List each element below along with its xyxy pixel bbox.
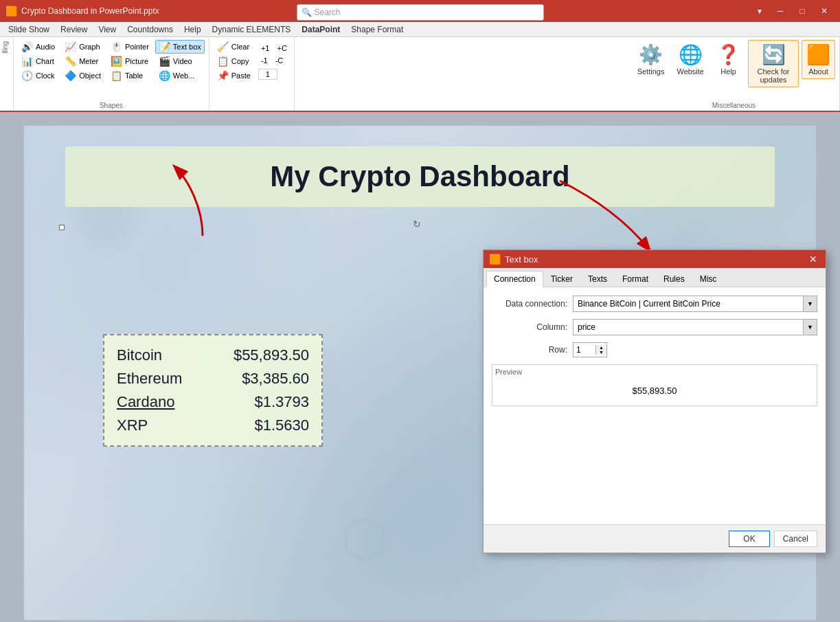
- window-controls[interactable]: ─ □ ✕: [770, 3, 835, 19]
- column-select[interactable]: price ▼: [573, 319, 817, 335]
- ribbon: lling 🔊 Audio 📊 Chart 🕐 Clock: [0, 37, 840, 112]
- preview-section: Preview $55,893.50: [492, 364, 817, 406]
- preview-value: $55,893.50: [495, 379, 814, 403]
- crypto-price-1: $3,385.60: [242, 370, 309, 388]
- settings-icon: ⚙️: [639, 43, 663, 66]
- search-bar: 🔍 Search: [297, 4, 544, 21]
- dropdown-arrow-title[interactable]: ▼: [756, 8, 763, 15]
- ribbon-copy[interactable]: 📋 Copy: [214, 54, 254, 68]
- video-icon: 🎬: [159, 56, 170, 67]
- tab-ticker[interactable]: Ticker: [543, 271, 580, 287]
- ribbon-misc-section: ⚙️ Settings 🌐 Website ❓ Help 🔄 Check for…: [628, 37, 840, 111]
- clock-label: Clock: [36, 71, 55, 80]
- ribbon-object[interactable]: 🔷 Object: [61, 69, 104, 82]
- ribbon-pointer[interactable]: 🖱️ Pointer: [107, 40, 152, 54]
- search-placeholder[interactable]: Search: [315, 8, 341, 17]
- crypto-price-2: $1.3793: [254, 393, 309, 411]
- help-button[interactable]: ❓ Help: [712, 40, 745, 79]
- title-icon: 🟧: [5, 5, 17, 16]
- ribbon-chart[interactable]: 📊 Chart: [18, 54, 58, 68]
- ribbon-picture[interactable]: 🖼️ Picture: [107, 54, 152, 68]
- object-icon: 🔷: [65, 70, 76, 81]
- ribbon-partial-label: lling: [1, 41, 9, 54]
- row-spin[interactable]: ▲ ▼: [595, 345, 606, 355]
- row-value: 1: [574, 345, 595, 355]
- ribbon-col4: 📝 Text box 🎬 Video 🌐 Web...: [155, 40, 205, 82]
- help-label: Help: [720, 67, 736, 76]
- handle-br[interactable]: [59, 225, 65, 230]
- data-connection-value: Binance BitCoin | Current BitCoin Price: [574, 299, 803, 309]
- tab-rules[interactable]: Rules: [656, 271, 692, 287]
- chart-label: Chart: [36, 57, 54, 65]
- plus1-label: +1: [261, 44, 270, 52]
- menu-view[interactable]: View: [93, 23, 122, 36]
- ribbon-spacer: [295, 37, 628, 111]
- ribbon-minus1[interactable]: -1: [258, 55, 271, 66]
- slide-title-box[interactable]: My Crypto Dashboard: [65, 146, 775, 207]
- audio-label: Audio: [36, 43, 55, 51]
- shapes-section-label: Shapes: [14, 102, 209, 109]
- website-button[interactable]: 🌐 Website: [672, 40, 709, 79]
- meter-icon: 📏: [65, 56, 76, 67]
- ribbon-clear[interactable]: 🧹 Clear: [214, 40, 254, 54]
- menu-countdowns[interactable]: Countdowns: [122, 23, 179, 36]
- data-connection-dropdown-arrow[interactable]: ▼: [803, 296, 817, 311]
- ribbon-col3: 🖱️ Pointer 🖼️ Picture 📋 Table: [107, 40, 152, 82]
- video-label: Video: [173, 57, 192, 65]
- column-row: Column: price ▼: [492, 319, 817, 335]
- ribbon-minusc[interactable]: -C: [273, 55, 286, 66]
- dialog-extra-space: [492, 406, 817, 516]
- ribbon-audio[interactable]: 🔊 Audio: [18, 40, 58, 54]
- preview-label: Preview: [495, 368, 814, 376]
- row-spin-down[interactable]: ▼: [596, 350, 606, 355]
- ribbon-meter[interactable]: 📏 Meter: [61, 54, 104, 68]
- minimize-button[interactable]: ─: [770, 3, 791, 19]
- ribbon-plus1[interactable]: +1: [258, 43, 273, 54]
- menu-review[interactable]: Review: [55, 23, 93, 36]
- tab-format[interactable]: Format: [615, 271, 656, 287]
- textbox-dialog[interactable]: 🟧 Text box ✕ Connection Ticker Texts For…: [483, 249, 826, 553]
- tab-texts[interactable]: Texts: [580, 271, 615, 287]
- ribbon-paste[interactable]: 📌 Paste: [214, 69, 254, 82]
- table-row: Bitcoin $55,893.50: [117, 344, 309, 367]
- misc-section-label: Miscellaneous: [628, 102, 839, 109]
- ribbon-web[interactable]: 🌐 Web...: [155, 69, 205, 82]
- maximize-button[interactable]: □: [792, 3, 813, 19]
- menu-datapoint[interactable]: DataPoint: [296, 23, 345, 36]
- cancel-button[interactable]: Cancel: [774, 531, 817, 547]
- website-label: Website: [677, 67, 704, 76]
- help-icon: ❓: [716, 43, 740, 66]
- menu-dynamic[interactable]: Dynamic ELEMENTS: [207, 23, 297, 36]
- dialog-close-button[interactable]: ✕: [806, 253, 820, 265]
- check-updates-button[interactable]: 🔄 Check for updates: [748, 40, 799, 87]
- row-value-box[interactable]: 1: [258, 69, 277, 80]
- menu-slideshow[interactable]: Slide Show: [3, 23, 55, 36]
- data-connection-row: Data connection: Binance BitCoin | Curre…: [492, 296, 817, 312]
- chart-icon: 📊: [21, 56, 33, 67]
- misc-buttons-group: ⚙️ Settings 🌐 Website ❓ Help 🔄 Check for…: [633, 40, 835, 98]
- ribbon-clock[interactable]: 🕐 Clock: [18, 69, 58, 82]
- data-connection-label: Data connection:: [492, 299, 567, 309]
- menu-shapeformat[interactable]: Shape Format: [345, 23, 409, 36]
- row-input[interactable]: 1 ▲ ▼: [573, 342, 607, 357]
- crypto-table[interactable]: Bitcoin $55,893.50 Ethereum $3,385.60 Ca…: [103, 334, 323, 447]
- row-spin-up[interactable]: ▲: [596, 345, 606, 350]
- tab-connection[interactable]: Connection: [486, 271, 543, 287]
- column-dropdown-arrow[interactable]: ▼: [803, 320, 817, 335]
- ribbon-plusc[interactable]: +C: [274, 43, 289, 54]
- about-button[interactable]: 🟧 About: [802, 40, 835, 79]
- ribbon-textbox[interactable]: 📝 Text box: [155, 40, 205, 54]
- rotate-handle[interactable]: ↻: [413, 219, 421, 230]
- menu-help[interactable]: Help: [179, 23, 207, 36]
- edit-btns: 🧹 Clear 📋 Copy 📌 Paste: [214, 40, 254, 82]
- tab-misc[interactable]: Misc: [692, 271, 725, 287]
- ok-button[interactable]: OK: [729, 531, 769, 547]
- ribbon-table[interactable]: 📋 Table: [107, 69, 152, 82]
- close-button[interactable]: ✕: [814, 3, 835, 19]
- ribbon-graph[interactable]: 📈 Graph: [61, 40, 104, 54]
- ribbon-video[interactable]: 🎬 Video: [155, 54, 205, 68]
- settings-button[interactable]: ⚙️ Settings: [633, 40, 670, 79]
- crypto-price-0: $55,893.50: [234, 346, 309, 364]
- data-connection-select[interactable]: Binance BitCoin | Current BitCoin Price …: [573, 296, 817, 312]
- pointer-label: Pointer: [125, 43, 149, 51]
